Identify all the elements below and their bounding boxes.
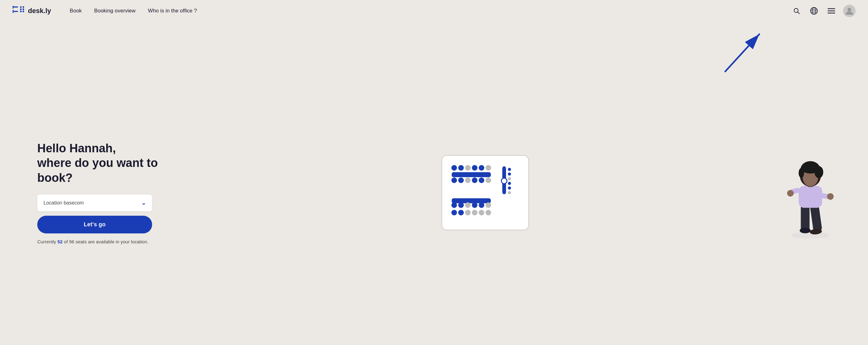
svg-point-26 (465, 165, 471, 171)
svg-point-55 (472, 210, 477, 215)
greeting-line1: Hello Hannah, (37, 142, 116, 155)
chevron-down-icon: ⌄ (141, 200, 146, 206)
navbar: desk.ly Book Booking overview Who is in … (0, 0, 868, 22)
seats-prefix: Currently (37, 239, 57, 244)
svg-point-40 (508, 173, 511, 176)
svg-point-25 (458, 165, 464, 171)
left-panel: Hello Hannah, where do you want to book?… (37, 141, 186, 245)
person-illustration (781, 146, 837, 239)
svg-point-36 (486, 177, 491, 183)
svg-point-32 (458, 177, 464, 183)
nav-booking-overview[interactable]: Booking overview (94, 8, 135, 14)
svg-point-49 (472, 202, 477, 208)
svg-point-31 (452, 177, 457, 183)
svg-rect-3 (12, 11, 18, 12)
seats-suffix: of 96 seats are available in your locati… (63, 239, 148, 244)
svg-point-50 (479, 202, 484, 208)
seats-count: 52 (57, 239, 63, 244)
svg-point-47 (458, 202, 464, 208)
language-button[interactable] (808, 5, 819, 17)
arrow-icon (707, 28, 769, 78)
svg-rect-61 (801, 205, 810, 231)
svg-point-63 (800, 228, 811, 233)
svg-rect-45 (452, 198, 491, 203)
svg-point-28 (479, 165, 484, 171)
svg-point-54 (465, 210, 471, 215)
svg-point-35 (479, 177, 484, 183)
logo-icon (12, 6, 25, 16)
avatar-icon (845, 6, 854, 15)
svg-line-59 (725, 34, 760, 71)
search-icon (793, 7, 800, 15)
seats-info: Currently 52 of 96 seats are available i… (37, 239, 186, 244)
svg-point-27 (472, 165, 477, 171)
svg-point-8 (20, 8, 22, 10)
svg-point-22 (847, 8, 851, 11)
right-character (781, 146, 837, 239)
svg-point-34 (472, 177, 477, 183)
svg-point-7 (22, 6, 24, 8)
logo[interactable]: desk.ly (12, 6, 51, 16)
greeting-line2: where do you want to book? (37, 156, 158, 184)
desk-floorplan-illustration (439, 152, 538, 233)
svg-point-56 (479, 210, 484, 215)
svg-point-69 (787, 190, 794, 196)
svg-point-39 (508, 168, 511, 171)
svg-point-2 (12, 7, 14, 9)
nav-actions (791, 5, 856, 17)
svg-point-44 (508, 191, 511, 194)
svg-point-29 (486, 165, 491, 171)
svg-point-6 (20, 6, 22, 8)
svg-point-5 (12, 12, 14, 13)
hamburger-icon (828, 8, 835, 14)
svg-point-43 (508, 186, 511, 190)
main-content: Hello Hannah, where do you want to book?… (0, 22, 868, 345)
arrow-annotation (707, 28, 769, 78)
nav-who-in-office[interactable]: Who is in the office ? (148, 8, 197, 14)
svg-rect-65 (799, 186, 822, 208)
svg-point-51 (486, 202, 491, 208)
center-illustration (205, 152, 772, 233)
logo-text: desk.ly (28, 7, 51, 15)
svg-point-42 (508, 182, 511, 185)
svg-point-11 (22, 10, 24, 12)
nav-links: Book Booking overview Who is in the offi… (70, 8, 779, 14)
globe-icon (810, 7, 818, 15)
svg-point-46 (452, 202, 457, 208)
location-selector[interactable]: Location basecom ⌄ (37, 195, 152, 211)
svg-point-48 (465, 202, 471, 208)
location-text: Location basecom (43, 200, 84, 206)
user-avatar[interactable] (843, 5, 856, 17)
svg-point-53 (458, 210, 464, 215)
svg-point-52 (452, 210, 457, 215)
svg-point-4 (12, 10, 14, 11)
svg-point-10 (20, 10, 22, 12)
search-button[interactable] (791, 5, 802, 17)
svg-point-75 (799, 168, 804, 178)
svg-point-24 (452, 165, 457, 171)
lets-go-button[interactable]: Let's go (37, 216, 152, 233)
svg-rect-30 (452, 172, 491, 177)
nav-book[interactable]: Book (70, 8, 82, 14)
svg-point-76 (815, 166, 823, 178)
svg-point-9 (22, 8, 24, 10)
svg-rect-62 (810, 204, 823, 232)
menu-button[interactable] (826, 5, 837, 17)
svg-point-33 (465, 177, 471, 183)
svg-point-57 (486, 210, 491, 215)
greeting: Hello Hannah, where do you want to book? (37, 141, 186, 185)
svg-point-41 (508, 177, 511, 180)
svg-line-13 (798, 12, 800, 14)
svg-point-67 (827, 193, 834, 200)
svg-point-38 (501, 178, 507, 184)
